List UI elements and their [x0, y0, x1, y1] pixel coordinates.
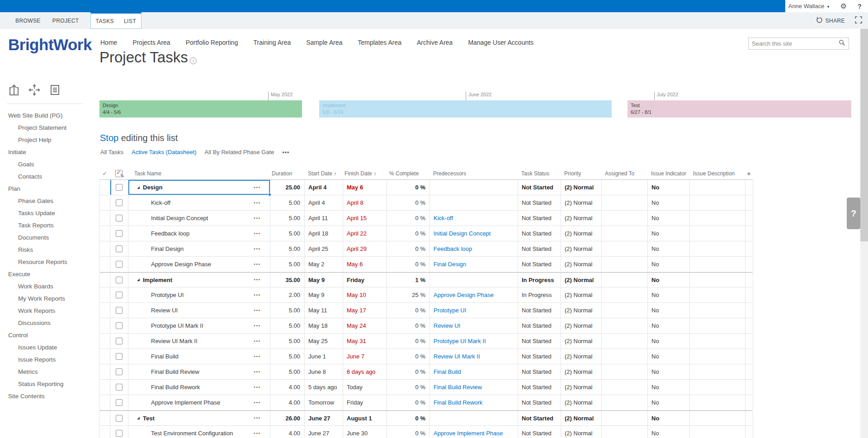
task-status-cell[interactable]: Not Started [518, 180, 561, 195]
task-status-cell[interactable]: Not Started [518, 395, 561, 410]
row-checkbox[interactable] [116, 322, 123, 329]
row-checkbox[interactable] [116, 415, 123, 422]
row-checkbox[interactable] [116, 245, 123, 252]
add-column-button[interactable]: + [745, 167, 753, 179]
percent-complete-cell[interactable]: 0 % [387, 411, 430, 425]
sidebar-item[interactable]: Site Contents [8, 390, 99, 402]
row-checkbox[interactable] [116, 292, 123, 298]
priority-cell[interactable]: (2) Normal [561, 411, 602, 425]
assigned-to-cell[interactable] [602, 257, 648, 272]
assigned-to-cell[interactable] [602, 195, 648, 210]
assigned-to-cell[interactable] [602, 349, 648, 364]
row-indicator-cell[interactable] [100, 303, 110, 318]
predecessor-link[interactable]: Final Build [434, 368, 461, 375]
start-date-cell[interactable]: May 9 [305, 273, 343, 287]
predecessor-link[interactable]: Approve Implement Phase [434, 430, 503, 437]
predecessor-link[interactable]: Review UI [434, 322, 460, 329]
issue-description-cell[interactable] [690, 364, 745, 379]
row-checkbox[interactable] [116, 261, 123, 268]
priority-cell[interactable]: (2) Normal [561, 226, 602, 241]
header-select-check-icon[interactable]: ✓ [99, 167, 110, 179]
top-nav-link[interactable]: Sample Area [306, 39, 342, 46]
view-link[interactable]: All By Related Phase Gate [205, 149, 274, 155]
row-checkbox[interactable] [116, 277, 123, 283]
predecessors-cell[interactable]: Review UI Mark II [430, 349, 518, 364]
finish-date-cell[interactable]: Friday [343, 395, 387, 410]
issue-indicator-cell[interactable]: No [648, 195, 690, 210]
issue-indicator-cell[interactable]: No [648, 211, 690, 226]
task-status-cell[interactable]: Not Started [518, 257, 561, 272]
top-nav-link[interactable]: Templates Area [358, 39, 402, 46]
task-name-cell[interactable]: Review UI••• [128, 303, 270, 318]
percent-complete-cell[interactable]: 0 % [387, 180, 430, 195]
predecessor-link[interactable]: Feedback loop [434, 245, 472, 252]
view-link[interactable]: Active Tasks (Datasheet) [132, 149, 197, 155]
task-status-cell[interactable]: Not Started [518, 241, 561, 256]
row-indicator-cell[interactable] [100, 334, 110, 349]
assigned-to-cell[interactable] [602, 318, 648, 333]
assigned-to-cell[interactable] [602, 395, 648, 410]
predecessor-link[interactable]: Prototype UI [434, 307, 466, 314]
predecessors-cell[interactable]: Prototype UI [430, 303, 518, 318]
row-checkbox[interactable] [116, 307, 123, 314]
row-menu-ellipsis-icon[interactable]: ••• [254, 431, 266, 436]
sidebar-item[interactable]: Goals [8, 158, 99, 170]
percent-complete-cell[interactable]: 0 % [387, 303, 430, 318]
issue-indicator-cell[interactable]: No [648, 241, 690, 256]
row-indicator-cell[interactable] [100, 241, 110, 256]
task-name-cell[interactable]: Implement••• [128, 273, 270, 287]
percent-complete-cell[interactable]: 0 % [387, 380, 430, 395]
priority-cell[interactable]: (2) Normal [561, 395, 602, 410]
task-status-cell[interactable]: Not Started [518, 318, 561, 333]
assigned-to-cell[interactable] [602, 273, 648, 287]
user-menu[interactable]: Anne Wallace [788, 3, 830, 9]
issue-indicator-cell[interactable]: No [648, 180, 690, 195]
row-menu-ellipsis-icon[interactable]: ••• [254, 416, 266, 420]
duration-cell[interactable]: 5.00 [270, 364, 305, 379]
task-status-cell[interactable]: Not Started [518, 195, 561, 210]
duration-cell[interactable]: 5.00 [270, 303, 305, 318]
brightwork-logo[interactable]: BrightWork [8, 36, 92, 54]
issue-description-cell[interactable] [690, 395, 745, 410]
task-name-cell[interactable]: Final Design••• [128, 241, 270, 256]
task-name-cell[interactable]: Approve Design Phase••• [128, 257, 270, 272]
duration-cell[interactable]: 4.00 [270, 380, 305, 395]
finish-date-cell[interactable]: April 22 [343, 226, 387, 241]
duration-cell[interactable]: 35.00 [270, 273, 305, 287]
predecessors-cell[interactable]: Final Build [430, 364, 518, 379]
priority-cell[interactable]: (2) Normal [561, 349, 602, 364]
predecessor-link[interactable]: Kick-off [434, 215, 453, 221]
row-indicator-cell[interactable] [100, 287, 110, 302]
percent-complete-cell[interactable]: 25 % [387, 287, 430, 302]
sidebar-item[interactable]: Task Reports [8, 219, 99, 231]
row-checkbox[interactable] [116, 184, 123, 191]
duration-cell[interactable]: 2.00 [270, 287, 305, 302]
predecessors-cell[interactable]: Prototype UI Mark II [430, 334, 518, 349]
row-menu-ellipsis-icon[interactable]: ••• [254, 231, 266, 236]
duration-cell[interactable]: 4.00 [270, 395, 305, 410]
finish-date-cell[interactable]: May 17 [343, 303, 387, 318]
issue-indicator-cell[interactable]: No [648, 334, 690, 349]
finish-date-cell[interactable]: June 7 [343, 349, 387, 364]
issue-description-cell[interactable] [690, 180, 745, 195]
tab-list[interactable]: LIST [119, 14, 141, 28]
task-name-cell[interactable]: Final Build Rework••• [128, 380, 270, 395]
percent-complete-cell[interactable]: 0 % [387, 195, 430, 210]
row-indicator-cell[interactable] [100, 226, 110, 241]
issue-description-cell[interactable] [690, 226, 745, 241]
sidebar-item[interactable]: Web Site Build (PG) [8, 109, 99, 122]
top-nav-link[interactable]: Projects Area [132, 39, 170, 46]
col-duration[interactable]: Duration [270, 167, 304, 179]
timeline-phase-bar[interactable]: Test6/27 - 8/1 [627, 100, 851, 118]
top-nav-link[interactable]: Archive Area [417, 39, 453, 46]
issue-description-cell[interactable] [690, 273, 745, 287]
list-icon[interactable] [48, 83, 61, 97]
task-name-cell[interactable]: Test Environment Configuration••• [128, 426, 270, 438]
task-status-cell[interactable]: Not Started [518, 334, 561, 349]
issue-description-cell[interactable] [690, 195, 745, 210]
top-nav-link[interactable]: Portfolio Reporting [186, 39, 238, 46]
collapse-group-icon[interactable] [137, 417, 140, 419]
finish-date-cell[interactable]: Today [343, 380, 387, 395]
tab-browse[interactable]: BROWSE [9, 12, 47, 29]
start-date-cell[interactable]: 5 days ago [305, 380, 343, 395]
